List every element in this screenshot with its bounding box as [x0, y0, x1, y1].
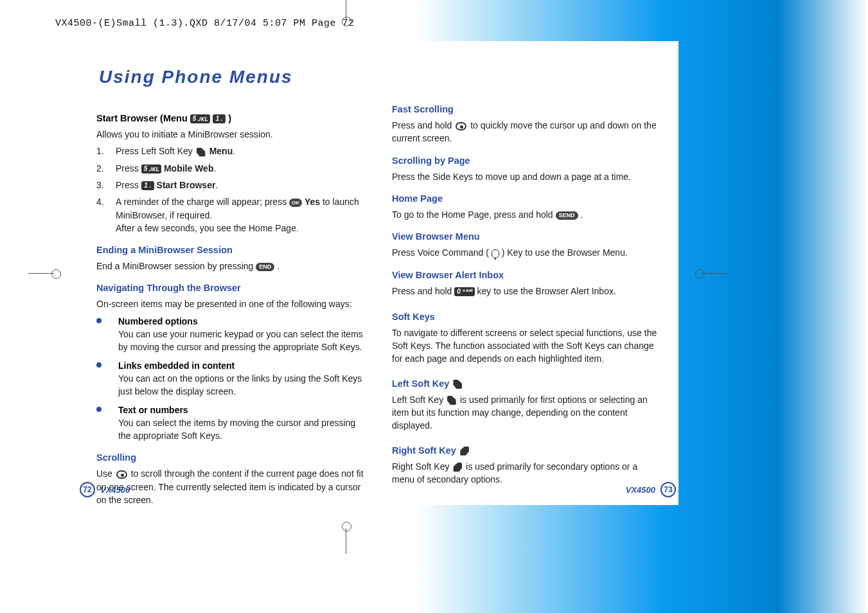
heading-text: Start Browser (Menu	[96, 113, 190, 123]
scrolling-page-text: Press the Side Keys to move up and down …	[392, 170, 659, 183]
crop-mark-top	[340, 13, 353, 26]
nav-key-icon	[456, 122, 466, 130]
right-softkey-icon	[460, 447, 469, 456]
crop-mark-left	[48, 267, 60, 280]
text: ) Key to use the Browser Menu.	[502, 247, 628, 258]
text: Left Soft Key	[392, 395, 446, 405]
bold-text: Start Browser	[157, 180, 216, 190]
heading-soft-keys: Soft Keys	[392, 310, 659, 324]
left-softkey-icon	[447, 396, 456, 405]
step-number: 2.	[96, 162, 116, 175]
bullet-body: You can select the items by moving the c…	[118, 418, 355, 441]
bullet-dot-icon	[96, 362, 102, 368]
key-0-icon: 0 ⁿᵉˣᵗ	[454, 287, 474, 296]
text: A reminder of the charge will appear; pr…	[116, 197, 289, 207]
document-meta-header: VX4500-(E)Small (1.3).QXD 8/17/04 5:07 P…	[55, 18, 355, 29]
view-browser-menu-text: Press Voice Command ( ) Key to use the B…	[392, 246, 659, 259]
bullet-title: Links embedded in content	[118, 359, 364, 372]
heading-scrolling: Scrolling	[96, 451, 364, 465]
text: Right Soft Key	[392, 445, 459, 456]
heading-left-soft-key: Left Soft Key	[392, 377, 659, 391]
text: Press Voice Command (	[392, 247, 489, 258]
step-number: 4.	[96, 195, 116, 235]
bullet-title: Numbered options	[118, 315, 364, 328]
right-softkey-icon	[453, 463, 462, 472]
page-title: Using Phone Menus	[99, 67, 659, 87]
bullet-content: Text or numbers You can select the items…	[118, 404, 364, 443]
crop-mark-right	[695, 267, 708, 280]
heading-start-browser: Start Browser (Menu 5 ᴊᴋʟ 1 . )	[96, 112, 364, 125]
bold-text: Mobile Web	[164, 163, 214, 173]
text: End a MiniBrowser session by pressing	[96, 261, 256, 271]
bold-text: Menu	[209, 146, 233, 156]
text: To go to the Home Page, press and hold	[392, 209, 556, 220]
end-key-icon: END	[256, 263, 274, 271]
step-2: 2. Press 5 ᴊᴋʟ Mobile Web.	[96, 162, 364, 175]
home-page-text: To go to the Home Page, press and hold S…	[392, 208, 659, 221]
left-softkey-icon	[453, 380, 462, 389]
key-1-icon: 1 .	[141, 181, 154, 190]
footer-right: 73 VX4500	[626, 482, 676, 497]
key-5-icon: 5 ᴊᴋʟ	[190, 114, 210, 123]
left-column: Start Browser (Menu 5 ᴊᴋʟ 1 . ) Allows y…	[96, 103, 364, 510]
key-1-icon: 1 .	[213, 114, 226, 123]
bullet-dot-icon	[96, 407, 102, 412]
ok-icon: OK	[289, 199, 302, 207]
bullet-content: Links embedded in content You can act on…	[118, 359, 364, 398]
alert-inbox-text: Press and hold 0 ⁿᵉˣᵗ key to use the Bro…	[392, 285, 659, 298]
text: After a few seconds, you see the Home Pa…	[116, 223, 299, 233]
bullet-list: Numbered options You can use your numeri…	[96, 315, 364, 443]
key-5-icon: 5 ᴊᴋʟ	[141, 164, 161, 173]
heading-right-soft-key: Right Soft Key	[392, 444, 659, 458]
left-soft-key-text: Left Soft Key is used primarily for firs…	[392, 393, 659, 432]
model-label: VX4500	[100, 485, 130, 495]
step-number: 3.	[96, 179, 116, 191]
bold-text: Yes	[305, 197, 320, 207]
step-1: 1. Press Left Soft Key Menu.	[96, 145, 364, 157]
step-4: 4. A reminder of the charge will appear;…	[96, 195, 364, 235]
text: Press and hold	[392, 286, 454, 296]
intro-text: Allows you to initiate a MiniBrowser ses…	[96, 128, 364, 141]
send-key-icon: SEND	[556, 211, 578, 220]
bullet-text-numbers: Text or numbers You can select the items…	[96, 404, 364, 443]
right-soft-key-text: Right Soft Key is used primarily for sec…	[392, 460, 659, 486]
bullet-body: You can use your numeric keypad or you c…	[118, 329, 363, 352]
bullet-content: Numbered options You can use your numeri…	[118, 315, 364, 354]
heading-alert-inbox: View Browser Alert Inbox	[392, 269, 659, 282]
bullet-numbered-options: Numbered options You can use your numeri…	[96, 315, 364, 354]
heading-text-close: )	[228, 113, 231, 123]
nav-key-icon	[116, 470, 127, 479]
columns-container: Start Browser (Menu 5 ᴊᴋʟ 1 . ) Allows y…	[96, 103, 659, 510]
text: Press and hold	[392, 120, 454, 130]
bullet-body: You can act on the options or the links …	[118, 373, 362, 396]
step-number: 1.	[96, 145, 116, 157]
footer-left: 72 VX4500	[80, 482, 130, 497]
text: Press Left Soft Key	[116, 146, 195, 156]
left-softkey-icon	[197, 148, 206, 157]
page-spread: Using Phone Menus Start Browser (Menu 5 …	[77, 41, 678, 505]
heading-fast-scrolling: Fast Scrolling	[392, 103, 659, 116]
text: to scroll through the content if the cur…	[96, 468, 364, 505]
step-text: A reminder of the charge will appear; pr…	[116, 195, 364, 235]
text: Use	[96, 468, 115, 479]
heading-ending-session: Ending a MiniBrowser Session	[96, 244, 364, 257]
text: Press	[116, 180, 141, 190]
model-label: VX4500	[626, 485, 655, 495]
text: key to use the Browser Alert Inbox.	[477, 286, 616, 296]
page-number-right: 73	[660, 482, 676, 497]
heading-view-browser-menu: View Browser Menu	[392, 230, 659, 244]
bullet-dot-icon	[96, 318, 102, 323]
heading-home-page: Home Page	[392, 192, 659, 206]
step-3: 3. Press 1 . Start Browser.	[96, 179, 364, 191]
crop-mark-bottom	[340, 522, 353, 535]
ending-text: End a MiniBrowser session by pressing EN…	[96, 260, 364, 272]
voice-command-icon	[492, 249, 499, 258]
bullet-links-embedded: Links embedded in content You can act on…	[96, 359, 364, 398]
heading-scrolling-page: Scrolling by Page	[392, 154, 659, 168]
scrolling-text: Use to scroll through the content if the…	[96, 467, 364, 506]
right-column: Fast Scrolling Press and hold to quickly…	[392, 103, 659, 510]
text: Left Soft Key	[392, 378, 452, 389]
text: Right Soft Key	[392, 461, 452, 472]
nav-intro: On-screen items may be presented in one …	[96, 298, 364, 310]
steps-list: 1. Press Left Soft Key Menu. 2. Press 5 …	[96, 145, 364, 235]
